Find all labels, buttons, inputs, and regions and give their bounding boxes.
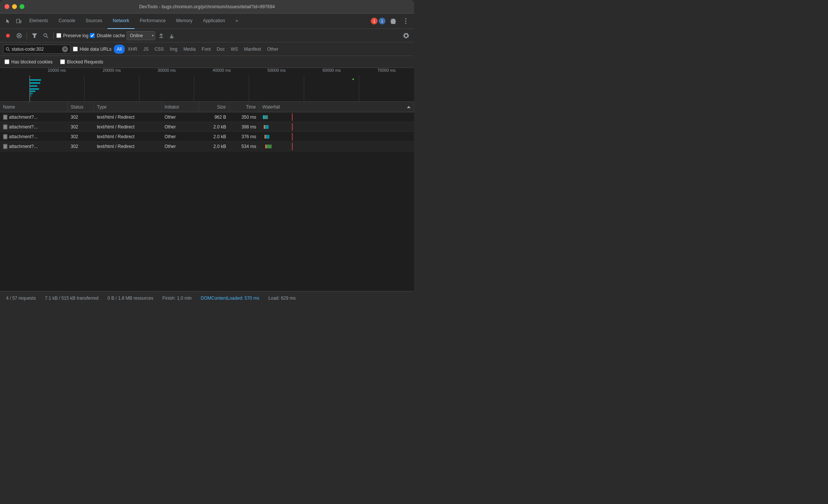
svg-point-17 bbox=[6, 47, 9, 50]
svg-marker-10 bbox=[32, 33, 37, 38]
svg-rect-30 bbox=[30, 93, 33, 94]
table-row[interactable]: attachment?... 302 text/html / Redirect … bbox=[0, 112, 414, 122]
record-button[interactable] bbox=[3, 31, 13, 41]
timeline-labels: 10000 ms 20000 ms 30000 ms 40000 ms 5000… bbox=[29, 68, 414, 75]
td-waterfall-1 bbox=[259, 112, 414, 122]
filter-type-img[interactable]: Img bbox=[167, 45, 180, 54]
hide-data-urls-label[interactable]: Hide data URLs bbox=[80, 47, 112, 52]
filter-type-font[interactable]: Font bbox=[199, 45, 214, 54]
status-bar: 4 / 57 requests 7.1 kB / 515 kB transfer… bbox=[0, 291, 414, 305]
filter-type-doc[interactable]: Doc bbox=[214, 45, 228, 54]
tab-application[interactable]: Application bbox=[198, 14, 230, 29]
table-row[interactable]: attachment?... 302 text/html / Redirect … bbox=[0, 142, 414, 151]
filter-input[interactable] bbox=[12, 47, 60, 52]
error-badge[interactable]: 1 bbox=[371, 18, 378, 24]
tab-network[interactable]: Network bbox=[107, 14, 134, 29]
tab-performance[interactable]: Performance bbox=[134, 14, 171, 29]
td-waterfall-4 bbox=[259, 142, 414, 151]
info-badge[interactable]: 1 bbox=[379, 18, 385, 24]
network-table[interactable]: Name Status Type Initiator Size Time Wat… bbox=[0, 102, 414, 291]
filter-type-css[interactable]: CSS bbox=[151, 45, 167, 54]
filter-type-xhr[interactable]: XHR bbox=[125, 45, 140, 54]
svg-point-5 bbox=[405, 23, 406, 24]
td-initiator-4: Other bbox=[162, 142, 199, 151]
filter-type-js[interactable]: JS bbox=[140, 45, 151, 54]
timeline-area: 10000 ms 20000 ms 30000 ms 40000 ms 5000… bbox=[0, 68, 414, 102]
timeline-label-1: 10000 ms bbox=[29, 68, 84, 75]
svg-rect-44 bbox=[264, 135, 266, 139]
th-status[interactable]: Status bbox=[68, 102, 94, 112]
more-options-icon[interactable] bbox=[400, 16, 411, 26]
file-icon-2 bbox=[3, 124, 8, 130]
svg-rect-27 bbox=[30, 85, 37, 87]
file-icon-3 bbox=[3, 134, 8, 139]
table-row[interactable]: attachment?... 302 text/html / Redirect … bbox=[0, 122, 414, 132]
waterfall-bar-1 bbox=[262, 113, 411, 121]
filter-clear-button[interactable]: ✕ bbox=[62, 46, 68, 52]
th-name[interactable]: Name bbox=[0, 102, 68, 112]
tab-more[interactable]: » bbox=[230, 14, 243, 29]
filter-type-media[interactable]: Media bbox=[180, 45, 199, 54]
td-size-4: 2.0 kB bbox=[199, 142, 229, 151]
filter-type-all[interactable]: All bbox=[114, 45, 125, 54]
transferred-size: 7.1 kB / 515 kB transferred bbox=[45, 296, 98, 301]
svg-rect-28 bbox=[30, 88, 39, 90]
file-icon-1 bbox=[3, 115, 8, 120]
upload-icon[interactable] bbox=[157, 31, 166, 40]
filter-icon[interactable] bbox=[30, 31, 39, 41]
table-row[interactable]: attachment?... 302 text/html / Redirect … bbox=[0, 132, 414, 142]
filter-type-other[interactable]: Other bbox=[264, 45, 281, 54]
tab-memory[interactable]: Memory bbox=[171, 14, 198, 29]
svg-rect-32 bbox=[352, 78, 354, 80]
filter-type-manifest[interactable]: Manifest bbox=[241, 45, 264, 54]
timeline-label-7: 70000 ms bbox=[359, 68, 414, 75]
hide-data-urls-checkbox[interactable] bbox=[73, 47, 78, 51]
toolbar-divider-2 bbox=[53, 32, 54, 39]
preserve-log-label[interactable]: Preserve log bbox=[63, 33, 88, 38]
tab-sources[interactable]: Sources bbox=[80, 14, 107, 29]
throttling-select[interactable]: Online Fast 3G Slow 3G Offline bbox=[127, 31, 155, 40]
hide-data-urls-group: Hide data URLs bbox=[73, 47, 112, 52]
td-size-2: 2.0 kB bbox=[199, 122, 229, 131]
has-blocked-cookies-item[interactable]: Has blocked cookies bbox=[5, 59, 53, 65]
filter-type-ws[interactable]: WS bbox=[228, 45, 241, 54]
svg-point-4 bbox=[405, 21, 406, 22]
td-waterfall-3 bbox=[259, 132, 414, 141]
td-type-3: text/html / Redirect bbox=[94, 132, 162, 141]
preserve-log-checkbox[interactable] bbox=[56, 33, 61, 38]
dom-content-loaded: DOMContentLoaded: 570 ms bbox=[201, 296, 259, 301]
blocked-requests-item[interactable]: Blocked Requests bbox=[60, 59, 103, 65]
disable-cache-checkbox[interactable] bbox=[90, 33, 95, 38]
settings-gear-icon[interactable] bbox=[388, 16, 398, 26]
close-button[interactable] bbox=[5, 4, 9, 9]
cursor-icon[interactable] bbox=[3, 16, 14, 26]
disable-cache-label[interactable]: Disable cache bbox=[97, 33, 125, 38]
th-time[interactable]: Time bbox=[229, 102, 259, 112]
blocked-requests-checkbox[interactable] bbox=[60, 59, 65, 64]
td-name-4: attachment?... bbox=[0, 142, 68, 151]
tab-elements[interactable]: Elements bbox=[24, 14, 53, 29]
th-size[interactable]: Size bbox=[199, 102, 229, 112]
network-settings-icon[interactable] bbox=[401, 31, 411, 41]
td-time-3: 376 ms bbox=[229, 132, 259, 141]
clear-button[interactable] bbox=[14, 31, 24, 41]
blocked-requests-label[interactable]: Blocked Requests bbox=[67, 59, 103, 65]
td-size-3: 2.0 kB bbox=[199, 132, 229, 141]
waterfall-bar-3 bbox=[262, 133, 411, 140]
search-icon[interactable] bbox=[41, 31, 51, 41]
maximize-button[interactable] bbox=[20, 4, 24, 9]
device-icon[interactable] bbox=[14, 16, 24, 26]
th-type[interactable]: Type bbox=[94, 102, 162, 112]
th-initiator[interactable]: Initiator bbox=[162, 102, 199, 112]
download-icon[interactable] bbox=[167, 31, 176, 40]
tab-console[interactable]: Console bbox=[53, 14, 80, 29]
minimize-button[interactable] bbox=[12, 4, 17, 9]
th-waterfall[interactable]: Waterfall bbox=[259, 102, 414, 112]
has-blocked-cookies-label[interactable]: Has blocked cookies bbox=[11, 59, 53, 65]
svg-rect-26 bbox=[30, 82, 40, 84]
svg-point-2 bbox=[392, 20, 394, 22]
td-initiator-2: Other bbox=[162, 122, 199, 131]
filter-bar: ✕ Hide data URLs All XHR JS CSS Img Medi… bbox=[0, 42, 414, 56]
load-time: Load: 629 ms bbox=[268, 296, 296, 301]
has-blocked-cookies-checkbox[interactable] bbox=[5, 59, 9, 64]
